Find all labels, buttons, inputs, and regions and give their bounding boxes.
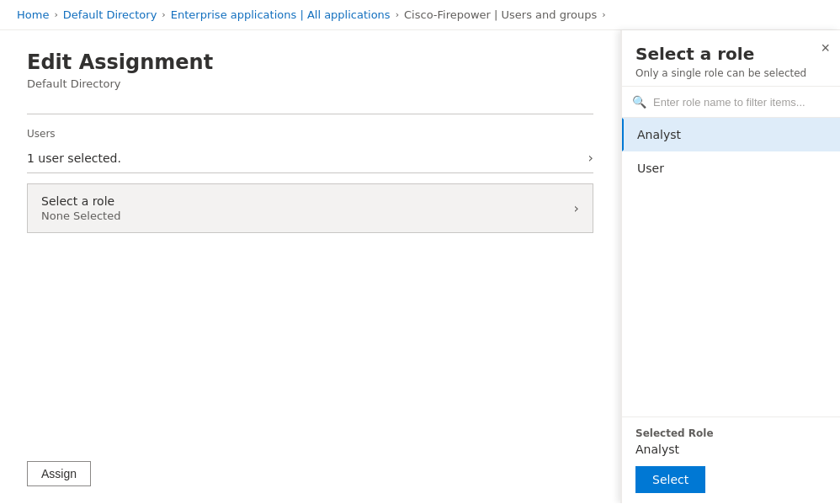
users-count: 1 user selected. [27, 151, 121, 165]
role-item-user[interactable]: User [622, 151, 840, 185]
flyout-title: Select a role [635, 44, 827, 64]
role-chevron-icon: › [574, 200, 579, 216]
role-value: None Selected [41, 210, 120, 222]
role-item-analyst[interactable]: Analyst [622, 118, 840, 151]
search-box-wrapper: 🔍 [622, 87, 840, 118]
page-subtitle: Default Directory [27, 77, 593, 90]
breadcrumb-default-directory[interactable]: Default Directory [63, 8, 157, 21]
role-section[interactable]: Select a role None Selected › [27, 183, 593, 233]
select-button[interactable]: Select [635, 466, 705, 493]
breadcrumb-enterprise-apps[interactable]: Enterprise applications | All applicatio… [171, 8, 391, 21]
flyout-close-button[interactable]: × [821, 40, 830, 56]
breadcrumb-sep-2: › [162, 9, 165, 20]
page-title: Edit Assignment [27, 50, 593, 74]
selected-role-label: Selected Role [635, 427, 827, 439]
users-chevron-icon: › [588, 150, 593, 166]
breadcrumb-current: Cisco-Firepower | Users and groups [404, 8, 597, 21]
selected-role-value: Analyst [635, 443, 827, 456]
flyout-header: Select a role Only a single role can be … [622, 30, 840, 87]
roles-list: Analyst User [622, 118, 840, 416]
role-item-analyst-label: Analyst [637, 128, 681, 141]
role-flyout-panel: Select a role Only a single role can be … [621, 30, 840, 503]
users-label: Users [27, 128, 593, 140]
assign-button[interactable]: Assign [27, 461, 91, 486]
breadcrumb: Home › Default Directory › Enterprise ap… [0, 0, 840, 30]
flyout-subtitle: Only a single role can be selected [635, 67, 827, 79]
breadcrumb-home[interactable]: Home [17, 8, 49, 21]
breadcrumb-sep-4: › [602, 9, 605, 20]
left-panel: Edit Assignment Default Directory Users … [0, 30, 621, 503]
top-divider [27, 114, 593, 114]
users-row[interactable]: 1 user selected. › [27, 143, 593, 172]
role-section-content: Select a role None Selected [41, 194, 120, 222]
role-search-input[interactable] [653, 96, 830, 109]
breadcrumb-sep-1: › [54, 9, 57, 20]
role-item-user-label: User [637, 162, 664, 175]
breadcrumb-sep-3: › [396, 9, 399, 20]
flyout-footer: Selected Role Analyst Select [622, 416, 840, 503]
main-container: Edit Assignment Default Directory Users … [0, 30, 840, 503]
users-divider [27, 172, 593, 173]
search-icon: 🔍 [632, 95, 646, 109]
role-label: Select a role [41, 194, 120, 208]
